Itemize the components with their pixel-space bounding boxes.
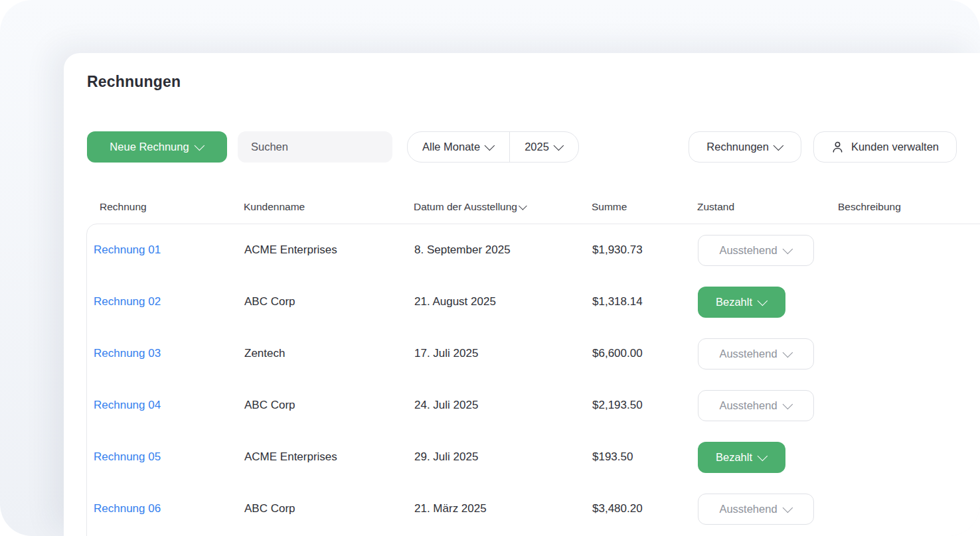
column-header-description: Beschreibung bbox=[838, 201, 980, 213]
amount: $1,930.73 bbox=[592, 243, 698, 257]
status-dropdown[interactable]: Bezahlt bbox=[698, 442, 785, 473]
status-cell: Bezahlt bbox=[698, 442, 839, 473]
amount: $6,600.00 bbox=[592, 347, 698, 360]
new-invoice-label: Neue Rechnung bbox=[110, 141, 189, 153]
status-cell: Ausstehend bbox=[698, 338, 839, 369]
customer-name: Zentech bbox=[244, 347, 414, 360]
app-frame: Rechnungen Neue Rechnung Alle Monate 202… bbox=[0, 0, 980, 536]
month-filter-label: Alle Monate bbox=[422, 141, 480, 153]
column-header-status: Zustand bbox=[697, 201, 838, 213]
issue-date: 29. Juli 2025 bbox=[414, 450, 592, 464]
table-header-row: Rechnung Kundenname Datum der Ausstellun… bbox=[86, 201, 980, 213]
sort-chevron-down-icon bbox=[519, 202, 527, 210]
status-dropdown[interactable]: Ausstehend bbox=[698, 494, 814, 525]
column-header-customer: Kundenname bbox=[244, 201, 414, 213]
new-invoice-button[interactable]: Neue Rechnung bbox=[87, 131, 227, 163]
invoices-card: Rechnungen Neue Rechnung Alle Monate 202… bbox=[64, 53, 980, 536]
chevron-down-icon bbox=[758, 450, 768, 461]
manage-customers-label: Kunden verwalten bbox=[851, 141, 939, 153]
invoice-link[interactable]: Rechnung 02 bbox=[87, 295, 244, 308]
table-row: Rechnung 06 ABC Corp 21. März 2025 $3,48… bbox=[87, 483, 980, 535]
status-dropdown[interactable]: Ausstehend bbox=[698, 338, 814, 369]
invoice-link[interactable]: Rechnung 06 bbox=[87, 502, 244, 515]
month-filter-dropdown[interactable]: Alle Monate bbox=[408, 132, 509, 162]
invoice-link[interactable]: Rechnung 04 bbox=[87, 399, 244, 412]
year-filter-dropdown[interactable]: 2025 bbox=[510, 132, 578, 162]
page-title: Rechnungen bbox=[87, 73, 980, 91]
status-cell: Ausstehend bbox=[698, 235, 839, 266]
issue-date: 21. März 2025 bbox=[414, 502, 592, 515]
year-filter-label: 2025 bbox=[525, 141, 549, 153]
column-header-date-sortable[interactable]: Datum der Ausstellung bbox=[414, 201, 592, 213]
invoice-link[interactable]: Rechnung 03 bbox=[87, 347, 244, 360]
customer-name: ACME Enterprises bbox=[244, 450, 414, 464]
status-cell: Ausstehend bbox=[698, 390, 839, 421]
chevron-down-icon bbox=[485, 141, 495, 151]
search-input[interactable] bbox=[238, 131, 392, 163]
manage-customers-button[interactable]: Kunden verwalten bbox=[813, 131, 957, 163]
view-selector-dropdown[interactable]: Rechnungen bbox=[689, 131, 801, 163]
table-row: Rechnung 03 Zentech 17. Juli 2025 $6,600… bbox=[87, 328, 980, 379]
table-row: Rechnung 02 ABC Corp 21. August 2025 $1,… bbox=[87, 276, 980, 328]
table-row: Rechnung 04 ABC Corp 24. Juli 2025 $2,19… bbox=[87, 379, 980, 431]
amount: $3,480.20 bbox=[592, 502, 698, 515]
issue-date: 24. Juli 2025 bbox=[414, 399, 592, 412]
column-header-invoice: Rechnung bbox=[86, 201, 244, 213]
chevron-down-icon bbox=[782, 243, 793, 254]
invoice-link[interactable]: Rechnung 01 bbox=[87, 243, 244, 257]
invoice-link[interactable]: Rechnung 05 bbox=[87, 450, 244, 464]
status-dropdown[interactable]: Bezahlt bbox=[698, 287, 785, 318]
chevron-down-icon bbox=[782, 347, 793, 358]
user-icon bbox=[831, 141, 844, 153]
amount: $1,318.14 bbox=[592, 295, 698, 308]
table-row: Rechnung 01 ACME Enterprises 8. Septembe… bbox=[87, 224, 980, 276]
table-row: Rechnung 05 ACME Enterprises 29. Juli 20… bbox=[87, 431, 980, 483]
toolbar: Neue Rechnung Alle Monate 2025 Rechnunge… bbox=[87, 131, 957, 163]
amount: $2,193.50 bbox=[592, 399, 698, 412]
issue-date: 17. Juli 2025 bbox=[414, 347, 592, 360]
status-cell: Bezahlt bbox=[698, 287, 839, 318]
issue-date: 21. August 2025 bbox=[414, 295, 592, 308]
customer-name: ABC Corp bbox=[244, 399, 414, 412]
column-header-amount: Summe bbox=[592, 201, 697, 213]
toolbar-right: Rechnungen Kunden verwalten bbox=[689, 131, 957, 163]
chevron-down-icon bbox=[194, 141, 204, 151]
chevron-down-icon bbox=[782, 502, 793, 513]
chevron-down-icon bbox=[758, 295, 768, 306]
issue-date: 8. September 2025 bbox=[414, 243, 592, 257]
customer-name: ABC Corp bbox=[244, 502, 414, 515]
chevron-down-icon bbox=[774, 141, 784, 151]
status-dropdown[interactable]: Ausstehend bbox=[698, 235, 814, 266]
customer-name: ABC Corp bbox=[244, 295, 414, 308]
invoice-table: Rechnung 01 ACME Enterprises 8. Septembe… bbox=[86, 224, 980, 536]
chevron-down-icon bbox=[782, 399, 793, 409]
status-cell: Ausstehend bbox=[698, 494, 839, 525]
amount: $193.50 bbox=[592, 450, 698, 464]
date-filter-group: Alle Monate 2025 bbox=[407, 131, 579, 163]
customer-name: ACME Enterprises bbox=[244, 243, 414, 257]
view-selector-label: Rechnungen bbox=[706, 141, 769, 153]
chevron-down-icon bbox=[553, 141, 564, 151]
status-dropdown[interactable]: Ausstehend bbox=[698, 390, 814, 421]
